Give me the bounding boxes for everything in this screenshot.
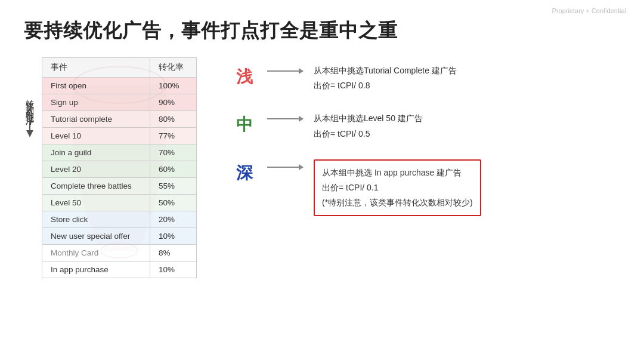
- event-rate-cell: 10%: [150, 228, 197, 245]
- event-rate-cell: 50%: [150, 195, 197, 211]
- event-name-cell: Tutorial complete: [42, 111, 150, 128]
- event-name-cell: Level 50: [42, 195, 150, 211]
- table-row: Store click20%: [42, 211, 197, 228]
- group-shallow: 浅从本组中挑选Tutorial Complete 建广告出价= tCPI/ 0.…: [233, 63, 481, 93]
- group-deep: 深从本组中挑选 In app purchase 建广告出价= tCPI/ 0.1…: [233, 159, 481, 217]
- group-text-shallow: 从本组中挑选Tutorial Complete 建广告出价= tCPI/ 0.8: [314, 63, 457, 93]
- event-rate-cell: 80%: [150, 111, 197, 128]
- slide-title: 要持续优化广告，事件打点打全是重中之重: [24, 18, 620, 44]
- table-row: In app purchase10%: [42, 262, 197, 278]
- content-area: 转化率 从高到 低排序 事件: [24, 57, 620, 278]
- left-label-text: 转化率 从高到 低排序: [24, 93, 36, 111]
- group-text-deep: 从本组中挑选 In app purchase 建广告出价= tCPI/ 0.1(…: [314, 159, 481, 217]
- group-mid: 中从本组中挑选Level 50 建广告出价= tCPI/ 0.5: [233, 111, 481, 141]
- table-row: Join a guild70%: [42, 144, 197, 161]
- event-rate-cell: 55%: [150, 178, 197, 195]
- events-table: 事件 转化率 First open100%Sign up90%Tutorial …: [42, 57, 197, 278]
- col-rate-header: 转化率: [150, 58, 197, 78]
- depth-label-mid: 中: [233, 113, 256, 136]
- left-label: 转化率 从高到 低排序: [24, 93, 36, 137]
- table-row: Level 1077%: [42, 128, 197, 144]
- col-event-header: 事件: [42, 58, 150, 78]
- down-arrow-icon: [24, 113, 36, 137]
- svg-marker-1: [26, 130, 33, 137]
- event-name-cell: Store click: [42, 211, 150, 228]
- table-row: Level 2060%: [42, 161, 197, 178]
- watermark: Proprietary + Confidential: [552, 7, 626, 14]
- arrow-deep: [267, 167, 303, 168]
- arrow-mid: [267, 118, 303, 119]
- event-name-cell: First open: [42, 78, 150, 94]
- table-row: Level 5050%: [42, 195, 197, 211]
- event-rate-cell: 77%: [150, 128, 197, 144]
- event-rate-cell: 20%: [150, 211, 197, 228]
- event-name-cell: Monthly Card: [42, 245, 150, 262]
- table-row: First open100%: [42, 78, 197, 94]
- event-rate-cell: 100%: [150, 78, 197, 94]
- table-row: Monthly Card8%: [42, 245, 197, 262]
- depth-label-shallow: 浅: [233, 66, 256, 88]
- arrow-shallow: [267, 70, 303, 72]
- table-header-row: 事件 转化率: [42, 58, 197, 78]
- event-name-cell: Join a guild: [42, 144, 150, 161]
- event-name-cell: Sign up: [42, 94, 150, 111]
- event-name-cell: Complete three battles: [42, 178, 150, 195]
- events-table-container: 事件 转化率 First open100%Sign up90%Tutorial …: [42, 57, 197, 278]
- event-rate-cell: 10%: [150, 262, 197, 278]
- event-rate-cell: 90%: [150, 94, 197, 111]
- event-name-cell: Level 10: [42, 128, 150, 144]
- event-rate-cell: 70%: [150, 144, 197, 161]
- group-text-mid: 从本组中挑选Level 50 建广告出价= tCPI/ 0.5: [314, 111, 423, 141]
- table-row: New user special offer10%: [42, 228, 197, 245]
- table-row: Tutorial complete80%: [42, 111, 197, 128]
- table-row: Complete three battles55%: [42, 178, 197, 195]
- event-rate-cell: 60%: [150, 161, 197, 178]
- depth-label-deep: 深: [233, 162, 256, 184]
- slide: Proprietary + Confidential 要持续优化广告，事件打点打…: [0, 0, 644, 363]
- event-name-cell: In app purchase: [42, 262, 150, 278]
- event-name-cell: Level 20: [42, 161, 150, 178]
- event-rate-cell: 8%: [150, 245, 197, 262]
- table-row: Sign up90%: [42, 94, 197, 111]
- right-panel: 浅从本组中挑选Tutorial Complete 建广告出价= tCPI/ 0.…: [233, 63, 481, 216]
- event-name-cell: New user special offer: [42, 228, 150, 245]
